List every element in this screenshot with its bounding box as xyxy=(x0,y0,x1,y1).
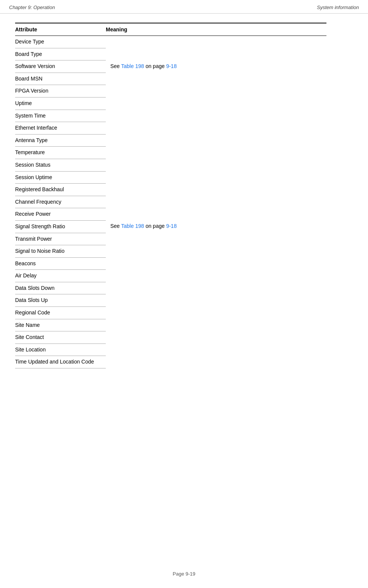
table-row: Temperature xyxy=(15,147,353,159)
attributes-table: Attribute Meaning Device TypeBoard TypeS… xyxy=(15,23,353,368)
meaning-cell-empty xyxy=(106,48,326,60)
attribute-cell: Temperature xyxy=(15,147,106,159)
attribute-cell: System Time xyxy=(15,110,106,122)
meaning-cell-empty xyxy=(106,171,326,184)
attribute-cell: Session Uptime xyxy=(15,171,106,184)
page-footer: Page 9-19 xyxy=(0,571,368,577)
attribute-cell: Time Updated and Location Code xyxy=(15,356,106,368)
attribute-cell: Ethernet Interface xyxy=(15,122,106,135)
attribute-cell: Software Version xyxy=(15,60,106,73)
meaning-cell-empty xyxy=(106,159,326,171)
table-198-link-2[interactable]: Table 198 xyxy=(121,223,144,229)
attribute-cell: Board Type xyxy=(15,48,106,60)
col-attribute-header: Attribute xyxy=(15,23,106,36)
meaning-cell-empty xyxy=(106,36,326,48)
table-row: Ethernet Interface xyxy=(15,122,353,135)
attribute-cell: Air Delay xyxy=(15,270,106,282)
meaning-cell-empty xyxy=(326,110,353,122)
table-row: Registered Backhaul xyxy=(15,184,353,196)
header-chapter: Chapter 9: Operation xyxy=(9,5,55,10)
attribute-cell: Device Type xyxy=(15,36,106,48)
attribute-cell: Transmit Power xyxy=(15,233,106,245)
attribute-cell: Site Location xyxy=(15,344,106,356)
meaning-cell-group2: See Table 198 on page 9-18 xyxy=(106,220,326,368)
table-row: Session Uptime xyxy=(15,171,353,184)
table-row: Receive Power xyxy=(15,208,353,221)
table-row: Board Type xyxy=(15,48,353,60)
table-row: Signal Strength RatioSee Table 198 on pa… xyxy=(15,220,353,233)
attribute-cell: Signal Strength Ratio xyxy=(15,220,106,233)
page-number: Page 9-19 xyxy=(173,571,195,577)
meaning-cell-empty xyxy=(106,147,326,159)
meaning-cell-empty xyxy=(106,208,326,221)
table-row: Device Type xyxy=(15,36,353,48)
meaning-cell-group1: See Table 198 on page 9-18 xyxy=(106,60,326,122)
attribute-cell: Registered Backhaul xyxy=(15,184,106,196)
table-row: Software VersionSee Table 198 on page 9-… xyxy=(15,60,353,73)
meaning-cell-empty xyxy=(106,134,326,147)
attribute-cell: Channel Frequency xyxy=(15,196,106,208)
attribute-cell: Antenna Type xyxy=(15,134,106,147)
main-content: Attribute Meaning Device TypeBoard TypeS… xyxy=(0,14,368,391)
meaning-cell-empty xyxy=(106,184,326,196)
meaning-cell-empty xyxy=(326,97,353,110)
attribute-cell: Site Name xyxy=(15,319,106,331)
attribute-cell: Data Slots Up xyxy=(15,294,106,307)
page-header: Chapter 9: Operation System information xyxy=(0,0,368,14)
meaning-cell-empty xyxy=(106,196,326,208)
attribute-cell: Session Status xyxy=(15,159,106,171)
table-row: Session Status xyxy=(15,159,353,171)
attribute-cell: Receive Power xyxy=(15,208,106,221)
attribute-cell: Signal to Noise Ratio xyxy=(15,245,106,258)
header-section: System information xyxy=(317,5,359,10)
meaning-cell-empty xyxy=(106,122,326,135)
attribute-cell: Beacons xyxy=(15,257,106,270)
attribute-cell: Uptime xyxy=(15,97,106,110)
table-198-link-1[interactable]: Table 198 xyxy=(121,63,144,69)
attribute-cell: Site Contact xyxy=(15,331,106,344)
col-meaning-header: Meaning xyxy=(106,23,326,36)
page-918-link-2[interactable]: 9-18 xyxy=(166,223,177,229)
attribute-cell: FPGA Version xyxy=(15,85,106,97)
attribute-cell: Board MSN xyxy=(15,73,106,85)
table-row: Channel Frequency xyxy=(15,196,353,208)
attribute-cell: Regional Code xyxy=(15,307,106,319)
page-918-link-1[interactable]: 9-18 xyxy=(166,63,177,69)
attribute-cell: Data Slots Down xyxy=(15,282,106,294)
table-row: Antenna Type xyxy=(15,134,353,147)
